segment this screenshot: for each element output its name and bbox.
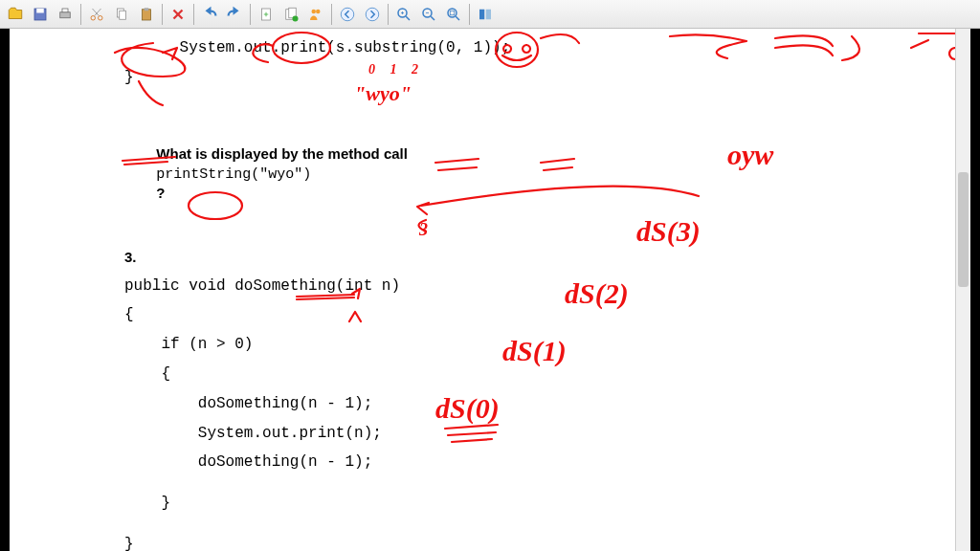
svg-point-22	[341, 8, 354, 21]
layout-icon[interactable]	[474, 3, 497, 26]
code-line: doSomething(n - 1);	[124, 394, 970, 414]
cut-icon[interactable]	[85, 3, 108, 26]
zoom-out-icon[interactable]	[417, 3, 440, 26]
question-mark: ?	[156, 185, 165, 201]
code-line: System.out.print(n);	[124, 424, 970, 444]
forward-icon[interactable]	[361, 3, 384, 26]
svg-rect-1	[36, 9, 44, 13]
svg-point-5	[99, 15, 103, 20]
redo-icon[interactable]	[223, 3, 246, 26]
svg-rect-34	[479, 9, 484, 19]
paste-icon[interactable]	[135, 3, 158, 26]
svg-point-21	[316, 9, 321, 13]
back-icon[interactable]	[336, 3, 359, 26]
question-2: What is displayed by the method call pri…	[124, 126, 970, 222]
scrollbar-thumb[interactable]	[958, 172, 969, 287]
page: System.out.print(s.substring(0, 1)); } W…	[10, 29, 970, 551]
document-stage: System.out.print(s.substring(0, 1)); } W…	[0, 29, 980, 551]
svg-rect-9	[120, 11, 126, 19]
code-line: }	[124, 68, 970, 88]
code-line: {	[124, 364, 970, 385]
svg-rect-11	[145, 8, 149, 11]
svg-point-31	[448, 9, 457, 17]
delete-icon[interactable]	[167, 3, 189, 26]
svg-point-23	[366, 8, 379, 21]
add-doc-icon[interactable]	[279, 3, 302, 26]
code-line: }	[124, 535, 970, 551]
svg-line-29	[431, 16, 434, 20]
question-text: What is displayed by the method call	[156, 145, 408, 162]
save-icon[interactable]	[29, 3, 52, 26]
code-line: doSomething(n - 1);	[124, 452, 970, 473]
print-icon[interactable]	[54, 3, 77, 26]
svg-point-19	[293, 15, 299, 21]
svg-line-25	[406, 16, 410, 20]
code-line: public void doSomething(int n)	[124, 276, 970, 297]
zoom-fit-icon[interactable]	[442, 3, 465, 26]
svg-point-4	[91, 15, 96, 20]
undo-icon[interactable]	[198, 3, 221, 26]
svg-rect-33	[450, 11, 455, 15]
code-line: if (n > 0)	[124, 335, 970, 355]
open-icon[interactable]	[4, 3, 27, 26]
toolbar	[0, 0, 980, 29]
copy-icon[interactable]	[110, 3, 133, 26]
svg-rect-35	[486, 9, 491, 19]
code-line: System.out.print(s.substring(0, 1));	[124, 38, 970, 58]
svg-rect-3	[62, 9, 68, 12]
add-page-icon[interactable]	[255, 3, 278, 26]
code-line: }	[124, 494, 970, 514]
vertical-scrollbar[interactable]	[955, 29, 970, 551]
problem-number-3: 3.	[124, 248, 970, 267]
participants-icon[interactable]	[304, 3, 327, 26]
svg-rect-10	[143, 9, 151, 19]
question-code: printString("wyo")	[156, 166, 311, 183]
svg-line-32	[456, 16, 459, 20]
code-line: {	[124, 305, 970, 325]
svg-rect-2	[60, 11, 71, 17]
zoom-in-icon[interactable]	[392, 3, 415, 26]
svg-point-20	[312, 9, 317, 13]
document-content: System.out.print(s.substring(0, 1)); } W…	[10, 29, 970, 551]
